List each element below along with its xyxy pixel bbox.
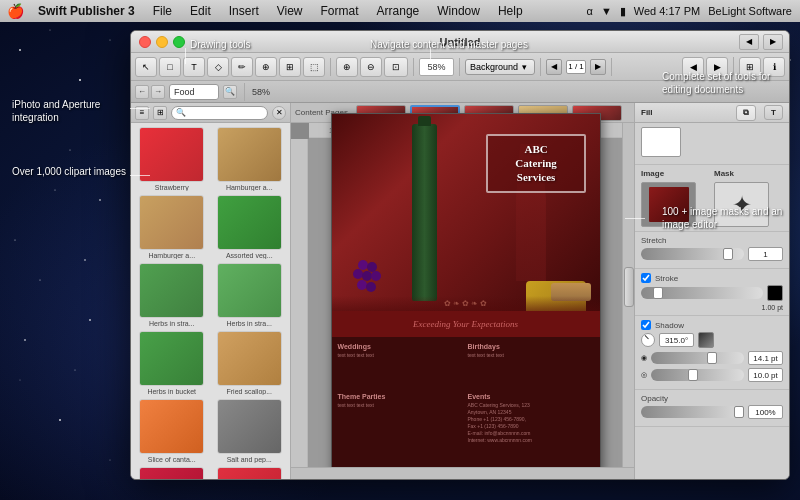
- stroke-thumb[interactable]: [653, 287, 663, 299]
- close-button[interactable]: [139, 36, 151, 48]
- shadow-angle-dial[interactable]: [641, 333, 655, 347]
- zoom-area: 58%: [419, 58, 454, 76]
- svg-point-6: [99, 199, 101, 201]
- stroke-checkbox[interactable]: [641, 273, 651, 283]
- opacity-thumb[interactable]: [734, 406, 744, 418]
- image-thumbnail: [217, 127, 282, 182]
- svg-point-11: [110, 460, 111, 461]
- weddings-title: Weddings: [338, 343, 464, 350]
- fill-color-swatch[interactable]: [641, 127, 681, 157]
- weddings-text: text text text text: [338, 352, 464, 359]
- list-item[interactable]: Assorted veg...: [213, 195, 287, 259]
- image-search-input[interactable]: 🔍: [171, 106, 268, 120]
- list-item[interactable]: Herbs in bucket: [135, 331, 209, 395]
- library-search[interactable]: Food: [169, 84, 219, 100]
- horizontal-scrollbar[interactable]: [291, 467, 634, 479]
- select-tool[interactable]: ↖: [135, 57, 157, 77]
- stroke-color-swatch[interactable]: [767, 285, 783, 301]
- list-item[interactable]: Hamburger a...: [135, 195, 209, 259]
- vertical-scrollbar[interactable]: [622, 123, 634, 479]
- sidebar-toggle-right[interactable]: ▶: [763, 34, 783, 50]
- list-item[interactable]: Salt and pep...: [213, 399, 287, 463]
- image-tool[interactable]: ⬚: [303, 57, 325, 77]
- contact-info: ABC Catering Services, 123 Anytown, AN 1…: [468, 402, 594, 444]
- text-tool[interactable]: T: [183, 57, 205, 77]
- menubar-window[interactable]: Window: [429, 4, 488, 18]
- shadow-color-swatch[interactable]: [698, 332, 714, 348]
- opacity-slider[interactable]: [641, 406, 744, 418]
- stretch-thumb[interactable]: [723, 248, 733, 260]
- library-tool[interactable]: ⊞: [279, 57, 301, 77]
- shadow-blur-slider[interactable]: [651, 369, 744, 381]
- list-item[interactable]: Raspberries: [135, 467, 209, 479]
- draw-tool[interactable]: ✏: [231, 57, 253, 77]
- fill-header: Fill: [641, 108, 728, 117]
- image-caption: Herbs in stra...: [226, 320, 272, 327]
- scrollbar-thumb-v[interactable]: [624, 267, 634, 307]
- list-item[interactable]: Herbs in stra...: [135, 263, 209, 327]
- shadow-checkbox[interactable]: [641, 320, 651, 330]
- menubar-insert[interactable]: Insert: [221, 4, 267, 18]
- grid-view-btn[interactable]: ⊞: [153, 106, 167, 120]
- next-page-btn[interactable]: ▶: [590, 59, 606, 75]
- birthdays-title: Birthdays: [468, 343, 594, 350]
- forward-btn[interactable]: →: [151, 85, 165, 99]
- stroke-row: [641, 285, 783, 301]
- fit-page-btn[interactable]: ⊡: [384, 57, 408, 77]
- menubar-app-name[interactable]: Swift Publisher 3: [30, 4, 143, 18]
- list-item[interactable]: Strawberry: [135, 127, 209, 191]
- crop-tool[interactable]: ⊕: [255, 57, 277, 77]
- canvas-area: Content Pages 1500: [291, 103, 634, 479]
- maximize-button[interactable]: [173, 36, 185, 48]
- shape-tool[interactable]: ◇: [207, 57, 229, 77]
- list-item[interactable]: Slice of canta...: [135, 399, 209, 463]
- list-item[interactable]: Cut strawberry: [213, 467, 287, 479]
- doc-birthdays: Birthdays text text text text: [468, 343, 594, 389]
- image-thumbnail: [139, 399, 204, 454]
- shadow-blur-thumb[interactable]: [688, 369, 698, 381]
- list-item[interactable]: Hamburger a...: [213, 127, 287, 191]
- annotation-line-masks: [625, 218, 645, 219]
- inspector-tab-text[interactable]: T: [764, 105, 783, 120]
- menubar-file[interactable]: File: [145, 4, 180, 18]
- apple-menu[interactable]: 🍎: [0, 3, 30, 19]
- image-caption: Herbs in stra...: [149, 320, 195, 327]
- search-btn[interactable]: 🔍: [223, 85, 237, 99]
- zoom-in[interactable]: ⊕: [336, 57, 358, 77]
- back-btn[interactable]: ←: [135, 85, 149, 99]
- list-item[interactable]: Fried scallop...: [213, 331, 287, 395]
- list-item[interactable]: Herbs in stra...: [213, 263, 287, 327]
- menubar-view[interactable]: View: [269, 4, 311, 18]
- chevron-down-icon: ▾: [522, 62, 527, 72]
- doc-text-area: ABC Catering Services: [486, 134, 586, 193]
- doc-events: Events ABC Catering Services, 123 Anytow…: [468, 393, 594, 473]
- shadow-blur-row: ◎ 10.0 pt: [641, 368, 783, 382]
- zoom-value[interactable]: 58%: [419, 58, 454, 76]
- rect-tool[interactable]: □: [159, 57, 181, 77]
- menubar-arrange[interactable]: Arrange: [369, 4, 428, 18]
- fill-section: [635, 123, 789, 165]
- right-panel: Fill ⧉ T Image Mask: [634, 103, 789, 479]
- shadow-offset-thumb[interactable]: [707, 352, 717, 364]
- inspector-tab-layout[interactable]: ⧉: [736, 105, 756, 121]
- stroke-thickness: 1.00 pt: [641, 304, 783, 311]
- svg-point-21: [24, 339, 26, 341]
- stretch-slider[interactable]: [641, 248, 744, 260]
- mask-label: Mask: [714, 169, 783, 178]
- svg-point-3: [110, 40, 111, 41]
- image-thumbnail: [217, 263, 282, 318]
- menubar-help[interactable]: Help: [490, 4, 531, 18]
- stroke-slider[interactable]: [641, 287, 763, 299]
- canvas-mat[interactable]: ABC Catering Services ✿ ❧ ✿ ❧ ✿ Exceedin…: [309, 139, 622, 467]
- close-search-icon[interactable]: ✕: [272, 106, 286, 120]
- shadow-offset-slider[interactable]: [651, 352, 744, 364]
- background-dropdown[interactable]: Background ▾: [465, 59, 535, 75]
- minimize-button[interactable]: [156, 36, 168, 48]
- menubar-format[interactable]: Format: [313, 4, 367, 18]
- zoom-out[interactable]: ⊖: [360, 57, 382, 77]
- prev-page-btn[interactable]: ◀: [546, 59, 562, 75]
- menubar-edit[interactable]: Edit: [182, 4, 219, 18]
- swirl-decoration: ✿ ❧ ✿ ❧ ✿: [332, 296, 600, 311]
- sidebar-toggle-left[interactable]: ◀: [739, 34, 759, 50]
- menubar-datetime: Wed 4:17 PM: [634, 5, 700, 17]
